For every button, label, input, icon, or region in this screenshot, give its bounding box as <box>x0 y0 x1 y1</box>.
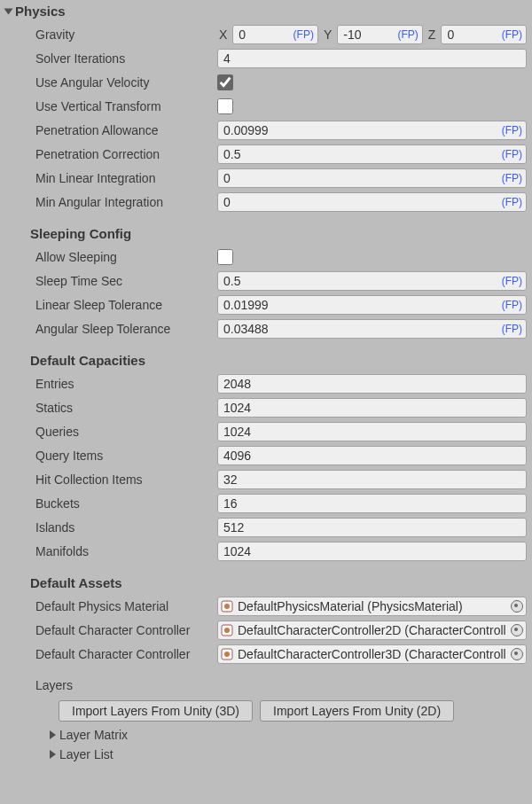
gravity-x-input[interactable] <box>232 25 318 44</box>
buckets-input[interactable] <box>217 494 527 513</box>
foldout-icon <box>50 730 56 739</box>
row-min-angular-integration: Min Angular Integration (FP) <box>5 190 527 214</box>
label-penetration-allowance: Penetration Allowance <box>35 123 217 137</box>
layer-matrix-label: Layer Matrix <box>59 728 128 742</box>
layer-matrix-foldout[interactable]: Layer Matrix <box>5 725 527 745</box>
min-angular-integration-input[interactable] <box>217 192 527 212</box>
penetration-allowance-input[interactable] <box>217 121 527 140</box>
layer-list-foldout[interactable]: Layer List <box>5 745 527 764</box>
use-vertical-transform-checkbox[interactable] <box>217 98 233 114</box>
label-manifolds: Manifolds <box>35 544 217 558</box>
gravity-z-input[interactable] <box>441 25 527 44</box>
section-header-physics[interactable]: Physics <box>5 4 527 22</box>
manifolds-input[interactable] <box>217 542 527 561</box>
label-penetration-correction: Penetration Correction <box>35 147 217 161</box>
object-picker-icon[interactable] <box>511 624 523 636</box>
label-x: X <box>217 27 229 42</box>
row-query-items: Query Items <box>5 443 527 467</box>
row-use-vertical-transform: Use Vertical Transform <box>5 94 527 118</box>
row-min-linear-integration: Min Linear Integration (FP) <box>5 166 527 190</box>
asset-icon <box>221 624 233 636</box>
import-layers-2d-button[interactable]: Import Layers From Unity (2D) <box>260 700 454 722</box>
label-layers: Layers <box>35 678 217 692</box>
queries-input[interactable] <box>217 422 527 441</box>
label-min-angular-integration: Min Angular Integration <box>35 195 217 209</box>
default-char-controller-2d-field[interactable] <box>217 621 527 640</box>
row-entries: Entries <box>5 371 527 395</box>
row-allow-sleeping: Allow Sleeping <box>5 245 527 269</box>
row-solver-iterations: Solver Iterations <box>5 46 527 70</box>
row-angular-sleep-tolerance: Angular Sleep Tolerance (FP) <box>5 316 527 340</box>
default-physics-material-field[interactable] <box>217 597 527 616</box>
query-items-input[interactable] <box>217 446 527 465</box>
row-layers-title: Layers <box>5 673 527 697</box>
row-buckets: Buckets <box>5 491 527 515</box>
label-use-vertical-transform: Use Vertical Transform <box>35 99 217 113</box>
svg-point-5 <box>224 652 230 657</box>
label-angular-sleep-tolerance: Angular Sleep Tolerance <box>35 322 217 336</box>
layer-list-label: Layer List <box>59 747 113 761</box>
entries-input[interactable] <box>217 374 527 394</box>
label-queries: Queries <box>35 425 217 439</box>
section-title-capacities: Default Capacities <box>5 347 527 371</box>
label-islands: Islands <box>35 520 217 535</box>
label-use-angular-velocity: Use Angular Velocity <box>35 75 217 90</box>
gravity-y-input[interactable] <box>337 25 423 44</box>
section-title-assets: Default Assets <box>5 570 527 594</box>
foldout-icon <box>50 750 56 759</box>
row-linear-sleep-tolerance: Linear Sleep Tolerance (FP) <box>5 293 527 316</box>
svg-point-3 <box>224 628 230 633</box>
row-default-physics-material: Default Physics Material <box>5 594 527 618</box>
row-queries: Queries <box>5 419 527 443</box>
label-solver-iterations: Solver Iterations <box>35 51 217 66</box>
header-title: Physics <box>15 4 66 19</box>
row-manifolds: Manifolds <box>5 539 527 563</box>
label-statics: Statics <box>35 401 217 415</box>
min-linear-integration-input[interactable] <box>217 168 527 188</box>
asset-icon <box>221 648 233 660</box>
row-islands: Islands <box>5 515 527 539</box>
label-y: Y <box>322 27 333 42</box>
row-penetration-correction: Penetration Correction (FP) <box>5 142 527 166</box>
object-picker-icon[interactable] <box>511 600 523 613</box>
row-use-angular-velocity: Use Angular Velocity <box>5 70 527 94</box>
object-picker-icon[interactable] <box>511 648 523 660</box>
label-sleep-time-sec: Sleep Time Sec <box>35 274 217 288</box>
row-default-char-controller-3d: Default Character Controller <box>5 642 527 666</box>
row-penetration-allowance: Penetration Allowance (FP) <box>5 118 527 142</box>
svg-point-1 <box>224 604 230 609</box>
hit-collection-items-input[interactable] <box>217 470 527 489</box>
label-gravity: Gravity <box>35 27 217 42</box>
linear-sleep-tolerance-input[interactable] <box>217 295 527 315</box>
use-angular-velocity-checkbox[interactable] <box>217 74 233 90</box>
import-layers-3d-button[interactable]: Import Layers From Unity (3D) <box>59 700 253 722</box>
statics-input[interactable] <box>217 398 527 418</box>
label-hit-collection-items: Hit Collection Items <box>35 472 217 487</box>
label-query-items: Query Items <box>35 449 217 463</box>
foldout-icon <box>4 8 13 14</box>
section-title-sleeping: Sleeping Config <box>5 221 527 245</box>
label-z: Z <box>426 27 438 42</box>
label-buckets: Buckets <box>35 496 217 511</box>
row-sleep-time-sec: Sleep Time Sec (FP) <box>5 269 527 293</box>
asset-icon <box>221 600 233 613</box>
label-allow-sleeping: Allow Sleeping <box>35 250 217 264</box>
row-statics: Statics <box>5 395 527 419</box>
label-default-char-controller-2d: Default Character Controller <box>35 623 217 637</box>
sleep-time-sec-input[interactable] <box>217 271 527 291</box>
label-default-char-controller-3d: Default Character Controller <box>35 647 217 661</box>
penetration-correction-input[interactable] <box>217 144 527 164</box>
row-hit-collection-items: Hit Collection Items <box>5 467 527 491</box>
default-char-controller-3d-field[interactable] <box>217 644 527 664</box>
label-entries: Entries <box>35 377 217 391</box>
allow-sleeping-checkbox[interactable] <box>217 249 233 265</box>
row-default-char-controller-2d: Default Character Controller <box>5 618 527 642</box>
label-min-linear-integration: Min Linear Integration <box>35 171 217 185</box>
angular-sleep-tolerance-input[interactable] <box>217 319 527 339</box>
islands-input[interactable] <box>217 518 527 537</box>
label-default-physics-material: Default Physics Material <box>35 599 217 613</box>
solver-iterations-input[interactable] <box>217 49 527 68</box>
row-gravity: Gravity X (FP) Y (FP) Z (FP) <box>5 22 527 46</box>
label-linear-sleep-tolerance: Linear Sleep Tolerance <box>35 298 217 312</box>
